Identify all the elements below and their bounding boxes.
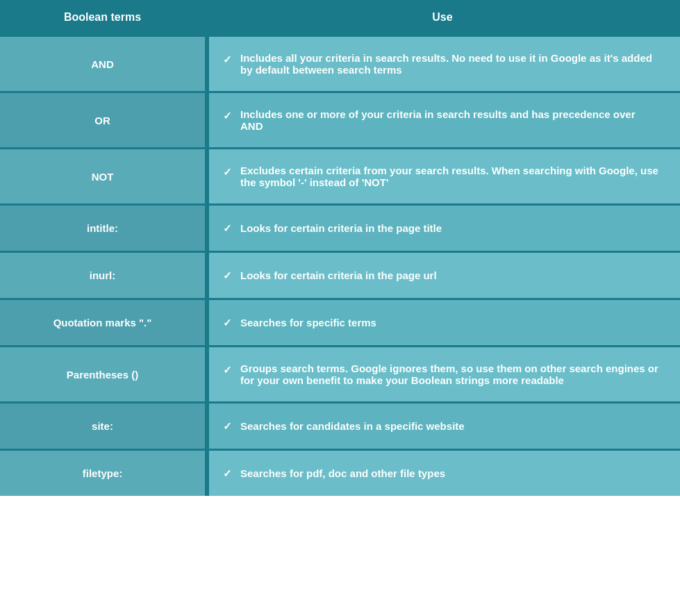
use-text: Includes all your criteria in search res… [240, 52, 659, 76]
table-row: filetype: ✓ Searches for pdf, doc and ot… [0, 449, 680, 496]
use-cell: ✓ Searches for pdf, doc and other file t… [209, 451, 680, 496]
checkmark-icon: ✓ [223, 467, 232, 480]
header-boolean-terms: Boolean terms [0, 0, 205, 35]
use-cell: ✓ Looks for certain criteria in the page… [209, 253, 680, 298]
term-cell: Parentheses () [0, 347, 205, 401]
table-header: Boolean terms Use [0, 0, 680, 35]
use-text: Includes one or more of your criteria in… [240, 108, 659, 132]
use-cell: ✓ Includes all your criteria in search r… [209, 37, 680, 91]
checkmark-icon: ✓ [223, 364, 232, 376]
use-cell: ✓ Includes one or more of your criteria … [209, 93, 680, 147]
checkmark-icon: ✓ [223, 420, 232, 433]
checkmark-icon: ✓ [223, 269, 232, 282]
header-use: Use [205, 0, 680, 35]
term-cell: intitle: [0, 206, 205, 251]
boolean-table: Boolean terms Use AND ✓ Includes all you… [0, 0, 680, 496]
use-text: Excludes certain criteria from your sear… [240, 165, 659, 188]
use-text: Searches for pdf, doc and other file typ… [240, 467, 445, 479]
term-cell: NOT [0, 149, 205, 203]
checkmark-icon: ✓ [223, 166, 232, 178]
use-text: Searches for specific terms [240, 317, 376, 328]
use-cell: ✓ Searches for candidates in a specific … [209, 403, 680, 449]
term-cell: AND [0, 37, 205, 91]
term-cell: OR [0, 93, 205, 147]
table-row: NOT ✓ Excludes certain criteria from you… [0, 147, 680, 203]
checkmark-icon: ✓ [223, 53, 232, 66]
table-row: inurl: ✓ Looks for certain criteria in t… [0, 251, 680, 298]
use-text: Looks for certain criteria in the page t… [240, 222, 442, 234]
use-text: Looks for certain criteria in the page u… [240, 269, 437, 281]
use-cell: ✓ Searches for specific terms [209, 300, 680, 345]
use-text: Groups search terms. Google ignores them… [240, 363, 659, 386]
table-row: AND ✓ Includes all your criteria in sear… [0, 35, 680, 91]
use-cell: ✓ Groups search terms. Google ignores th… [209, 347, 680, 401]
use-cell: ✓ Looks for certain criteria in the page… [209, 206, 680, 251]
term-cell: site: [0, 403, 205, 449]
term-cell: inurl: [0, 253, 205, 298]
checkmark-icon: ✓ [223, 317, 232, 329]
use-cell: ✓ Excludes certain criteria from your se… [209, 149, 680, 203]
table-row: Quotation marks "." ✓ Searches for speci… [0, 298, 680, 345]
checkmark-icon: ✓ [223, 222, 232, 235]
checkmark-icon: ✓ [223, 110, 232, 122]
table-body: AND ✓ Includes all your criteria in sear… [0, 35, 680, 496]
table-row: site: ✓ Searches for candidates in a spe… [0, 401, 680, 449]
table-row: OR ✓ Includes one or more of your criter… [0, 91, 680, 147]
table-row: Parentheses () ✓ Groups search terms. Go… [0, 345, 680, 401]
term-cell: filetype: [0, 451, 205, 496]
use-text: Searches for candidates in a specific we… [240, 420, 465, 432]
table-row: intitle: ✓ Looks for certain criteria in… [0, 203, 680, 251]
term-cell: Quotation marks "." [0, 300, 205, 345]
